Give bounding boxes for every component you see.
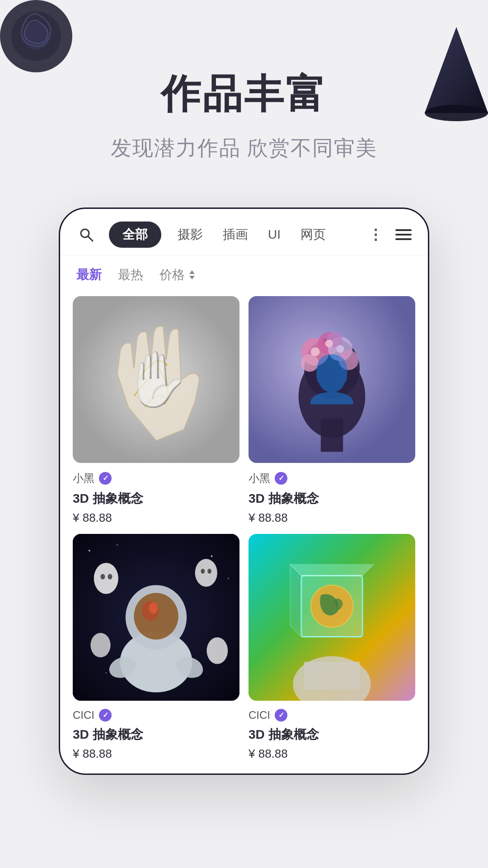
phone-mockup: 全部 摄影 插画 UI 网页 ⋮ 最新 最热 价格 [59,208,429,775]
product-author-3: CICI ✓ [73,709,239,722]
svg-marker-47 [290,564,301,637]
svg-point-28 [94,563,118,594]
svg-point-21 [336,345,344,353]
svg-rect-45 [304,662,360,690]
svg-point-29 [195,559,217,587]
category-more[interactable]: ⋮ [368,226,383,243]
svg-point-23 [89,550,90,552]
verified-badge-1: ✓ [99,472,112,485]
product-price-1: ¥ 88.88 [73,511,239,525]
svg-point-26 [228,578,229,579]
svg-point-20 [325,340,333,347]
hero-section: 作品丰富 发现潜力作品 欣赏不同审美 [0,0,488,162]
product-card-4[interactable]: CICI ✓ 3D 抽象概念 ¥ 88.88 [249,534,415,761]
product-image-1 [73,296,239,463]
product-img-astronaut [73,534,239,701]
svg-point-19 [311,347,320,356]
sort-latest[interactable]: 最新 [76,266,102,283]
category-ui[interactable]: UI [264,223,284,246]
sort-bar: 最新 最热 价格 [60,255,428,291]
svg-point-24 [117,544,117,545]
product-card-2[interactable]: 小黑 ✓ 3D 抽象概念 ¥ 88.88 [249,296,415,525]
svg-point-27 [106,672,107,673]
category-photo[interactable]: 摄影 [174,222,206,248]
product-title-2: 3D 抽象概念 [249,490,415,507]
product-card-1[interactable]: 小黑 ✓ 3D 抽象概念 ¥ 88.88 [73,296,239,525]
svg-point-35 [207,569,211,574]
product-image-3 [73,534,239,701]
hero-title: 作品丰富 [0,72,488,116]
verified-badge-4: ✓ [275,709,287,722]
product-img-cube [249,534,415,701]
product-price-2: ¥ 88.88 [249,511,415,525]
sort-hot[interactable]: 最热 [118,266,143,283]
product-img-head [249,296,415,463]
svg-point-30 [90,633,110,657]
sort-price[interactable]: 价格 [160,266,197,283]
svg-marker-48 [290,564,374,576]
product-price-4: ¥ 88.88 [249,747,415,761]
product-image-2 [249,296,415,463]
search-button[interactable] [76,225,96,245]
svg-point-17 [301,354,319,372]
svg-rect-12 [321,418,343,452]
product-author-2: 小黑 ✓ [249,471,415,486]
svg-point-40 [149,602,158,613]
product-title-3: 3D 抽象概念 [73,726,239,743]
svg-point-34 [201,569,205,574]
category-bar: 全部 摄影 插画 UI 网页 ⋮ [60,209,428,255]
category-all[interactable]: 全部 [109,222,161,248]
svg-point-16 [338,350,358,370]
verified-badge-2: ✓ [275,472,287,485]
products-grid: 小黑 ✓ 3D 抽象概念 ¥ 88.88 [60,291,428,774]
category-web[interactable]: 网页 [297,222,329,248]
category-illustration[interactable]: 插画 [219,222,252,248]
product-card-3[interactable]: CICI ✓ 3D 抽象概念 ¥ 88.88 [73,534,239,761]
svg-point-33 [108,574,112,579]
hero-subtitle: 发现潜力作品 欣赏不同审美 [0,134,488,162]
price-sort-icon [188,269,197,280]
product-title-4: 3D 抽象概念 [249,726,415,743]
product-image-4 [249,534,415,701]
product-title-1: 3D 抽象概念 [73,490,239,507]
svg-point-31 [206,637,228,664]
svg-point-32 [101,574,105,579]
product-author-4: CICI ✓ [249,709,415,722]
product-author-1: 小黑 ✓ [73,471,239,486]
product-img-hand [73,296,239,463]
hamburger-menu[interactable] [395,229,412,240]
verified-badge-3: ✓ [99,709,112,722]
product-price-3: ¥ 88.88 [73,747,239,761]
svg-line-7 [88,236,93,241]
svg-point-25 [211,555,213,557]
